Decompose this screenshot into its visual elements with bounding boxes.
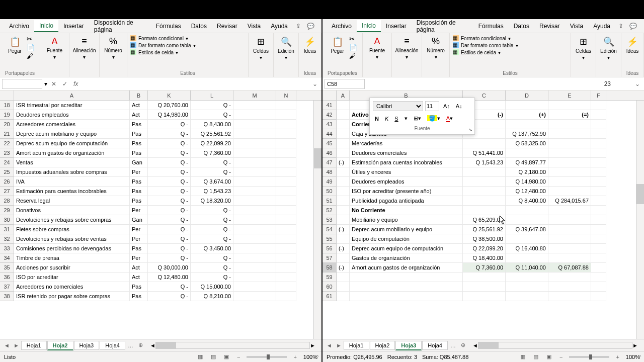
cell[interactable]: Pas xyxy=(130,244,148,253)
cell[interactable] xyxy=(233,158,276,167)
cell[interactable]: Estimación para cuentas incobrables xyxy=(350,158,463,167)
row-header[interactable]: 20 xyxy=(0,120,14,129)
formula-input[interactable] xyxy=(82,79,308,89)
cell[interactable] xyxy=(548,129,591,139)
cell[interactable]: No Corriente xyxy=(350,206,463,215)
sheet-tab[interactable]: Hoja4 xyxy=(422,341,448,350)
cell-styles-button[interactable]: ▦Estilos de celda ▾ xyxy=(130,49,245,55)
cell[interactable]: Gan xyxy=(130,158,148,167)
row-header[interactable]: 23 xyxy=(0,148,14,158)
cell[interactable]: (+) xyxy=(506,110,548,120)
column-header[interactable]: D xyxy=(506,90,548,100)
font-dialog-launcher-icon[interactable]: ↘ xyxy=(468,127,472,132)
cell[interactable] xyxy=(591,225,606,234)
cell[interactable] xyxy=(548,282,591,292)
cell[interactable]: Q - xyxy=(148,282,191,292)
cell[interactable]: (-) xyxy=(337,158,350,167)
cell[interactable]: Amort acum gastos de organización xyxy=(350,263,463,273)
cell[interactable]: Mercaderías xyxy=(350,139,463,148)
row-header[interactable]: 19 xyxy=(0,110,14,120)
format-table-button[interactable]: ▦Dar formato como tabla ▾ xyxy=(453,42,568,48)
row-header[interactable]: 54 xyxy=(323,225,337,234)
zoom-out-icon[interactable]: − xyxy=(558,354,564,360)
cell[interactable]: Act xyxy=(130,263,148,273)
menu-revisar[interactable]: Revisar xyxy=(534,21,565,32)
cells-group-button[interactable]: ⊞Celdas▾ xyxy=(250,35,272,61)
cell[interactable]: Q - xyxy=(148,177,191,187)
cell[interactable]: Q 14,980.00 xyxy=(506,177,548,187)
row-header[interactable]: 33 xyxy=(0,244,14,253)
row-header[interactable]: 27 xyxy=(0,187,14,196)
name-box[interactable] xyxy=(2,79,42,89)
cell[interactable]: Deudores empleados xyxy=(14,110,130,120)
sheet-tab[interactable]: Hoja1 xyxy=(21,341,47,350)
cell[interactable]: Pas xyxy=(130,139,148,148)
row-header[interactable]: 35 xyxy=(0,263,14,273)
cell[interactable]: Publicidad pagada anticipada xyxy=(350,196,463,206)
cell[interactable]: Q 12,480.00 xyxy=(506,187,548,196)
cell[interactable]: Q - xyxy=(191,263,233,273)
font-color-button[interactable]: A▾ xyxy=(444,114,455,123)
cell[interactable]: Q - xyxy=(191,253,233,263)
cell[interactable] xyxy=(548,244,591,253)
cell[interactable] xyxy=(337,273,350,282)
cell[interactable] xyxy=(591,263,606,273)
cell[interactable]: Q - xyxy=(148,244,191,253)
expand-formula-icon[interactable]: ⌄ xyxy=(633,80,642,87)
cell[interactable]: Q - xyxy=(191,273,233,282)
menu-insertar[interactable]: Insertar xyxy=(381,21,412,32)
cell[interactable]: Q 8,430.00 xyxy=(191,120,233,129)
row-header[interactable]: 22 xyxy=(0,139,14,148)
cell[interactable] xyxy=(548,292,591,301)
cell[interactable] xyxy=(233,139,276,148)
cell[interactable] xyxy=(233,234,276,244)
cell[interactable]: (-) xyxy=(337,225,350,234)
tab-nav-prev-icon[interactable]: ◄ xyxy=(325,342,334,348)
cell[interactable] xyxy=(276,148,296,158)
underline-button[interactable]: S xyxy=(392,115,400,123)
menu-datos[interactable]: Datos xyxy=(509,21,534,32)
cell[interactable]: Útiles y enceres xyxy=(350,167,463,177)
bold-button[interactable]: N xyxy=(373,115,381,123)
cell[interactable]: Q 16,400.80 xyxy=(506,244,548,253)
cell[interactable] xyxy=(276,158,296,167)
cell[interactable] xyxy=(337,139,350,148)
tab-nav-next-icon[interactable]: ► xyxy=(12,342,21,348)
cell[interactable] xyxy=(233,292,276,301)
cell[interactable]: Q 7,360.00 xyxy=(463,263,506,273)
cell[interactable] xyxy=(463,139,506,148)
cell[interactable] xyxy=(591,148,606,158)
cell[interactable] xyxy=(276,110,296,120)
cell[interactable]: Devoluciones y rebajas sobre compras xyxy=(14,215,130,225)
row-header[interactable]: 25 xyxy=(0,167,14,177)
column-header[interactable]: K xyxy=(148,90,191,100)
cell[interactable]: (=) xyxy=(548,110,591,120)
row-header[interactable]: 61 xyxy=(323,292,337,301)
cell[interactable]: (-) xyxy=(337,244,350,253)
cell[interactable] xyxy=(337,177,350,187)
cell[interactable] xyxy=(591,196,606,206)
menu-datos[interactable]: Datos xyxy=(186,21,212,32)
cell[interactable] xyxy=(233,167,276,177)
enter-icon[interactable]: ✓ xyxy=(60,80,69,87)
row-header[interactable]: 47 xyxy=(323,158,337,167)
cell[interactable] xyxy=(337,129,350,139)
cell[interactable] xyxy=(337,234,350,244)
cell[interactable]: Per xyxy=(130,206,148,215)
format-painter-icon[interactable]: 🖌 xyxy=(349,52,357,60)
row-header[interactable]: 56 xyxy=(323,244,337,253)
cell[interactable] xyxy=(463,187,506,196)
collapse-ribbon-icon[interactable]: ⌃ xyxy=(315,354,319,360)
cell[interactable] xyxy=(463,206,506,215)
cell[interactable]: ISR retenido por pagar sobre compras xyxy=(14,292,130,301)
cell[interactable]: Pas xyxy=(130,282,148,292)
cell[interactable]: Q 7,360.00 xyxy=(191,148,233,158)
cut-icon[interactable]: ✂ xyxy=(349,35,357,43)
cell[interactable] xyxy=(506,148,548,158)
cell[interactable]: Comisiones percibidas no devengadas xyxy=(14,244,130,253)
cell[interactable]: Fletes sobre compras xyxy=(14,225,130,234)
cell[interactable] xyxy=(337,110,350,120)
cell[interactable]: Q 22,099.20 xyxy=(191,139,233,148)
cell[interactable]: Q - xyxy=(148,206,191,215)
cancel-icon[interactable]: ✕ xyxy=(49,80,58,87)
